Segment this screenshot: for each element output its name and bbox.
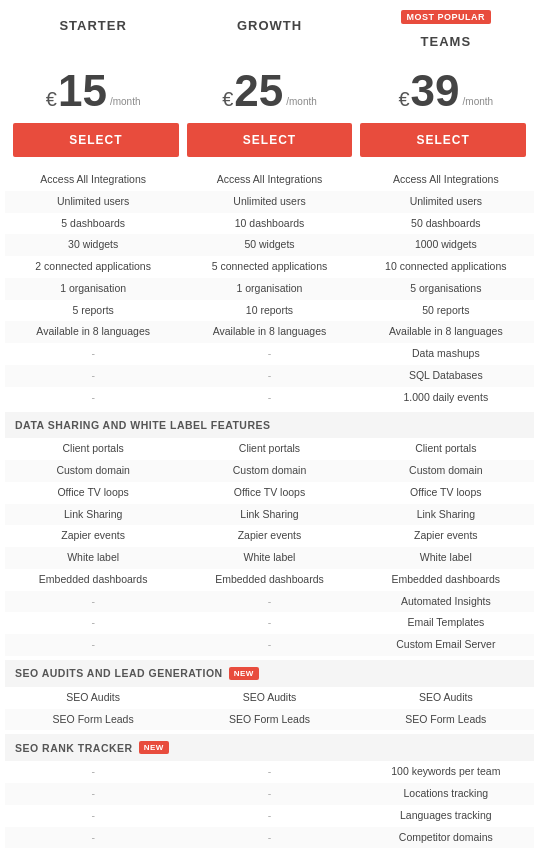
feature-cell-1-0: Client portals — [181, 438, 357, 460]
feature-cell-0-4: - — [5, 848, 181, 852]
price-number-teams: 39 — [411, 69, 460, 113]
section-seo-audits-label: SEO AUDITS AND LEAD GENERATION — [15, 667, 223, 679]
feature-cell-1-0: - — [181, 761, 357, 783]
feature-cell-1-0: SEO Audits — [181, 687, 357, 709]
per-month-growth: /month — [286, 96, 317, 107]
price-teams: € 39 /month — [358, 69, 534, 113]
feature-cell-1-8: - — [181, 343, 357, 365]
feature-cell-2-7: Available in 8 languages — [358, 321, 534, 343]
feature-cell-0-1: Custom domain — [5, 460, 181, 482]
per-month-starter: /month — [110, 96, 141, 107]
section-seo-rank: SEO RANK TRACKER NEW — [5, 734, 534, 761]
feature-cell-1-9: - — [181, 365, 357, 387]
pricing-table: STARTER GROWTH MOST POPULAR TEAMS € 15 /… — [0, 0, 539, 852]
feature-cell-0-2: 5 dashboards — [5, 213, 181, 235]
feature-cell-1-6: Embedded dashboards — [181, 569, 357, 591]
feature-cell-2-0: SEO Audits — [358, 687, 534, 709]
feature-cell-0-7: Available in 8 languages — [5, 321, 181, 343]
select-row-top: SELECT SELECT SELECT — [5, 123, 534, 169]
feature-cell-2-1: Unlimited users — [358, 191, 534, 213]
feature-cell-1-1: SEO Form Leads — [181, 709, 357, 731]
select-button-growth-top[interactable]: SELECT — [187, 123, 353, 157]
feature-cell-1-1: Custom domain — [181, 460, 357, 482]
per-month-teams: /month — [463, 96, 494, 107]
feature-cell-1-10: - — [181, 387, 357, 409]
price-growth: € 25 /month — [181, 69, 357, 113]
feature-cell-0-2: - — [5, 805, 181, 827]
plan-header-growth: GROWTH — [181, 10, 357, 53]
price-starter: € 15 /month — [5, 69, 181, 113]
feature-cell-0-1: Unlimited users — [5, 191, 181, 213]
feature-cell-0-4: Zapier events — [5, 525, 181, 547]
feature-cell-0-8: - — [5, 612, 181, 634]
feature-cell-0-3: - — [5, 827, 181, 849]
price-number-starter: 15 — [58, 69, 107, 113]
seo-rank-grid-inner: --100 keywords per team--Locations track… — [5, 761, 534, 852]
feature-cell-2-5: White label — [358, 547, 534, 569]
feature-cell-0-8: - — [5, 343, 181, 365]
plan-header-teams: MOST POPULAR TEAMS — [358, 10, 534, 53]
feature-cell-1-3: 50 widgets — [181, 234, 357, 256]
plan-name-growth: GROWTH — [181, 10, 357, 37]
feature-cell-2-9: Custom Email Server — [358, 634, 534, 656]
feature-cell-2-5: 5 organisations — [358, 278, 534, 300]
select-button-starter-top[interactable]: SELECT — [13, 123, 179, 157]
plan-header-starter: STARTER — [5, 10, 181, 53]
section-data-sharing-label: DATA SHARING AND WHITE LABEL FEATURES — [15, 419, 271, 431]
feature-cell-2-1: Custom domain — [358, 460, 534, 482]
feature-cell-0-0: Access All Integrations — [5, 169, 181, 191]
feature-cell-2-6: Embedded dashboards — [358, 569, 534, 591]
feature-cell-0-0: Client portals — [5, 438, 181, 460]
feature-cell-1-2: 10 dashboards — [181, 213, 357, 235]
seo-grid: SEO AuditsSEO AuditsSEO AuditsSEO Form L… — [5, 687, 534, 731]
feature-cell-1-5: 1 organisation — [181, 278, 357, 300]
price-row: € 15 /month € 25 /month € 39 /month — [5, 61, 534, 123]
feature-cell-1-9: - — [181, 634, 357, 656]
feature-cell-2-8: Data mashups — [358, 343, 534, 365]
feature-cell-0-9: - — [5, 634, 181, 656]
section-data-sharing: DATA SHARING AND WHITE LABEL FEATURES — [5, 412, 534, 438]
feature-cell-0-3: 30 widgets — [5, 234, 181, 256]
feature-cell-1-0: Access All Integrations — [181, 169, 357, 191]
feature-cell-0-5: White label — [5, 547, 181, 569]
feature-cell-0-9: - — [5, 365, 181, 387]
feature-cell-2-10: 1.000 daily events — [358, 387, 534, 409]
feature-cell-2-9: SQL Databases — [358, 365, 534, 387]
feature-cell-1-3: Link Sharing — [181, 504, 357, 526]
feature-cell-1-4: 5 connected applications — [181, 256, 357, 278]
feature-cell-0-1: SEO Form Leads — [5, 709, 181, 731]
feature-cell-0-5: 1 organisation — [5, 278, 181, 300]
feature-cell-0-2: Office TV loops — [5, 482, 181, 504]
feature-cell-0-1: - — [5, 783, 181, 805]
select-button-teams-top[interactable]: SELECT — [360, 123, 526, 157]
feature-cell-2-7: Automated Insights — [358, 591, 534, 613]
feature-cell-1-7: - — [181, 591, 357, 613]
feature-cell-2-3: Link Sharing — [358, 504, 534, 526]
plan-name-teams: TEAMS — [421, 26, 472, 53]
white-label-grid: Client portalsClient portalsClient porta… — [5, 438, 534, 656]
currency-growth: € — [222, 88, 233, 111]
feature-cell-2-1: SEO Form Leads — [358, 709, 534, 731]
feature-cell-2-0: 100 keywords per team — [358, 761, 534, 783]
plan-headers: STARTER GROWTH MOST POPULAR TEAMS — [5, 10, 534, 53]
feature-cell-2-4: Daily crawls — [358, 848, 534, 852]
plan-name-starter: STARTER — [5, 10, 181, 37]
section-seo-audits: SEO AUDITS AND LEAD GENERATION NEW — [5, 660, 534, 687]
feature-cell-1-5: White label — [181, 547, 357, 569]
feature-cell-0-0: SEO Audits — [5, 687, 181, 709]
feature-cell-1-3: - — [181, 827, 357, 849]
feature-cell-1-7: Available in 8 languages — [181, 321, 357, 343]
feature-cell-2-0: Client portals — [358, 438, 534, 460]
feature-cell-0-0: - — [5, 761, 181, 783]
feature-cell-0-6: 5 reports — [5, 300, 181, 322]
feature-cell-0-4: 2 connected applications — [5, 256, 181, 278]
feature-cell-2-4: 10 connected applications — [358, 256, 534, 278]
feature-cell-1-4: Zapier events — [181, 525, 357, 547]
feature-cell-1-8: - — [181, 612, 357, 634]
section-seo-rank-label: SEO RANK TRACKER — [15, 742, 133, 754]
feature-cell-2-4: Zapier events — [358, 525, 534, 547]
feature-cell-2-8: Email Templates — [358, 612, 534, 634]
feature-cell-1-2: - — [181, 805, 357, 827]
feature-cell-2-2: Languages tracking — [358, 805, 534, 827]
feature-cell-2-3: Competitor domains — [358, 827, 534, 849]
